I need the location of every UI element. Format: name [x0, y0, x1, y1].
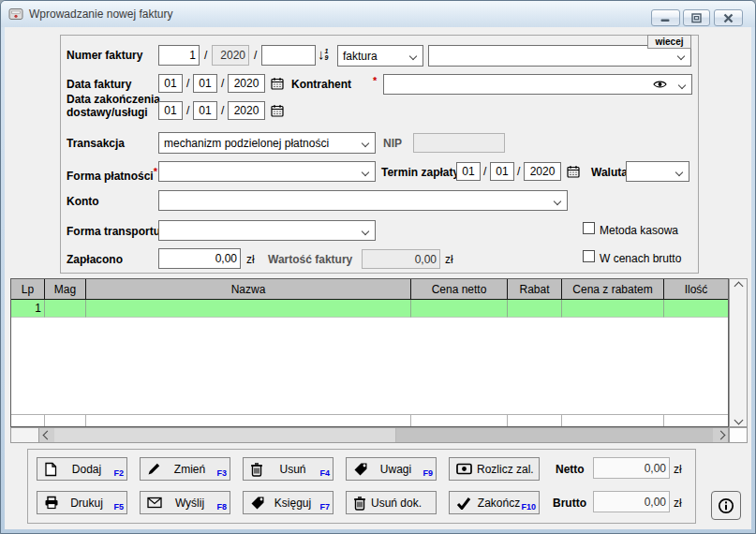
cell-mag[interactable] [45, 300, 86, 318]
delivery-date-day[interactable] [158, 101, 183, 120]
payment-required-asterisk: * [154, 166, 157, 177]
account-label: Konto [67, 195, 99, 208]
dodaj-button[interactable]: Dodaj F2 [37, 457, 127, 481]
scroll-down-button[interactable] [730, 413, 747, 426]
brutto-label: Brutto [553, 497, 586, 510]
cash-method-label: Metoda kasowa [600, 224, 678, 237]
column-header-cena-z-rabatem[interactable]: Cena z rabatem [562, 279, 664, 300]
invoice-date-day[interactable] [158, 74, 183, 93]
cell-rabat[interactable] [508, 300, 562, 318]
scrollbar-corner-box [729, 427, 748, 443]
invoice-date-month[interactable] [193, 74, 217, 93]
zakoncz-button[interactable]: Zakończ F10 [449, 491, 540, 514]
window-title: Wprowadzanie nowej faktury [29, 7, 172, 21]
calendar-icon[interactable] [270, 76, 285, 91]
chevron-up-icon [734, 281, 743, 290]
brutto-input [593, 491, 670, 512]
chevron-down-icon [362, 140, 369, 147]
cell-cena-z-rabatem[interactable] [562, 300, 664, 318]
calendar-icon[interactable] [270, 103, 285, 118]
fkey-hint: F5 [113, 502, 124, 512]
invoice-value-label: Wartość faktury [268, 253, 352, 266]
fkey-hint: F2 [113, 468, 124, 478]
column-header-nazwa[interactable]: Nazwa [86, 279, 411, 300]
column-header-lp[interactable]: Lp [11, 279, 45, 300]
account-combobox[interactable] [158, 190, 568, 211]
titlebar: Wprowadzanie nowej faktury [1, 1, 755, 27]
ksieguj-button[interactable]: Księguj F7 [243, 491, 334, 514]
usun-dok-button[interactable]: Usuń dok. [346, 491, 437, 514]
cell-lp[interactable]: 1 [11, 300, 45, 318]
delivery-date-month[interactable] [193, 101, 217, 120]
fkey-hint: F8 [216, 502, 227, 512]
payment-method-combobox[interactable] [158, 161, 376, 182]
due-date-year[interactable] [524, 162, 561, 181]
pencil-icon [147, 462, 161, 476]
invoice-suffix-input[interactable] [261, 45, 316, 66]
column-header-mag[interactable]: Mag [45, 279, 86, 300]
table-row-selected[interactable]: 1 [11, 300, 728, 318]
cell-cena-netto[interactable] [411, 300, 508, 318]
slash-separator: / [254, 49, 257, 62]
horizontal-scrollbar[interactable] [10, 427, 729, 443]
chevron-down-icon [554, 198, 561, 205]
chevron-down-icon [409, 52, 417, 60]
banknote-icon [456, 463, 472, 475]
transport-method-combobox[interactable] [158, 220, 376, 241]
invoice-year-input[interactable] [212, 45, 249, 66]
gross-prices-checkbox[interactable] [583, 250, 595, 262]
invoice-date-year[interactable] [228, 74, 265, 93]
chevron-down-icon [362, 169, 369, 176]
column-header-rabat[interactable]: Rabat [508, 279, 562, 300]
document-icon [44, 462, 57, 477]
transaction-combobox[interactable]: mechanizm podzielonej płatności [158, 132, 376, 154]
slash-separator: / [204, 49, 207, 62]
wyslij-button[interactable]: Wyślij F8 [140, 491, 230, 514]
app-icon [8, 7, 23, 22]
gross-prices-label: W cenach brutto [600, 252, 681, 265]
wiecej-button[interactable]: wiecej [647, 35, 691, 49]
due-date-month[interactable] [490, 162, 514, 181]
usun-button[interactable]: Usuń F4 [243, 457, 334, 481]
invoice-number-label: Numer faktury [67, 49, 142, 62]
chevron-down-icon [734, 415, 743, 424]
document-type-combobox[interactable]: faktura [337, 45, 423, 67]
contractor-combobox[interactable] [383, 74, 692, 95]
delivery-date-year[interactable] [228, 101, 265, 120]
rozlicz-zal-button[interactable]: Rozlicz zal. [449, 457, 540, 481]
due-date-day[interactable] [456, 162, 481, 181]
calendar-icon[interactable] [566, 164, 581, 179]
cell-nazwa[interactable] [86, 300, 411, 318]
horizontal-scrollbar-thumb[interactable] [54, 428, 396, 442]
scroll-up-button[interactable] [730, 279, 747, 292]
minimize-button[interactable] [651, 9, 680, 26]
minimize-icon [660, 13, 671, 23]
brutto-currency: zł [674, 497, 682, 510]
currency-combobox[interactable] [626, 161, 689, 182]
column-header-cena-netto[interactable]: Cena netto [411, 279, 508, 300]
paid-input[interactable] [158, 248, 241, 269]
cash-method-checkbox[interactable] [583, 222, 595, 234]
chevron-right-icon [716, 431, 725, 440]
scroll-right-button[interactable] [713, 428, 728, 442]
eye-icon[interactable] [653, 80, 667, 89]
zmien-button[interactable]: Zmień F3 [140, 457, 230, 481]
transport-method-label: Forma transportu [67, 225, 160, 238]
slash-separator: / [186, 104, 189, 117]
column-header-ilosc[interactable]: Ilość [664, 279, 728, 300]
scroll-left-button[interactable] [39, 428, 54, 442]
maximize-button[interactable] [683, 9, 710, 26]
nip-label: NIP [383, 137, 402, 150]
chevron-left-icon [42, 431, 52, 440]
cell-ilosc[interactable] [664, 300, 728, 318]
vertical-scrollbar[interactable] [729, 278, 748, 427]
close-button[interactable] [714, 9, 743, 26]
info-button[interactable] [711, 491, 741, 520]
drukuj-button[interactable]: Drukuj F5 [37, 491, 127, 514]
invoice-number-input[interactable] [158, 45, 200, 66]
transaction-label: Transakcja [67, 137, 125, 150]
nip-input[interactable] [413, 133, 505, 153]
uwagi-button[interactable]: Uwagi F9 [346, 457, 437, 481]
horizontal-scrollbar-track[interactable] [396, 428, 713, 442]
numeric-sort-icon[interactable]: ↓ 19 [318, 47, 328, 62]
